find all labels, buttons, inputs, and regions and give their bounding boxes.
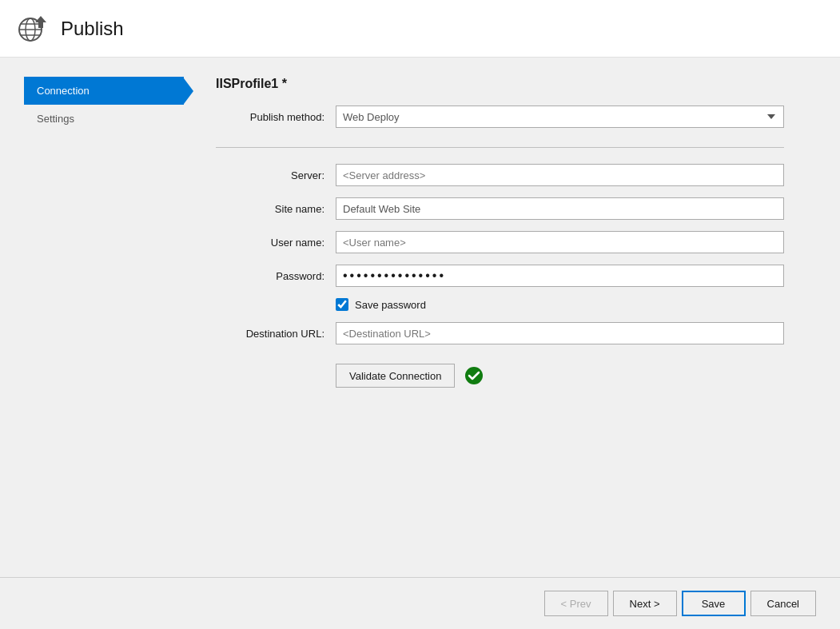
- site-name-label: Site name:: [216, 203, 336, 215]
- save-password-row: Save password: [336, 298, 784, 311]
- header: Publish: [0, 0, 840, 58]
- destination-url-row: Destination URL:: [216, 322, 784, 344]
- publish-globe-icon: [16, 12, 50, 46]
- profile-title: IISProfile1 *: [216, 77, 784, 91]
- site-name-input[interactable]: [336, 197, 784, 220]
- svg-point-6: [465, 367, 483, 384]
- validate-connection-button[interactable]: Validate Connection: [336, 364, 455, 388]
- form-area: IISProfile1 * Publish method: Web Deploy…: [184, 77, 816, 577]
- sidebar-item-settings-label: Settings: [37, 113, 74, 125]
- footer: < Prev Next > Save Cancel: [0, 577, 840, 629]
- svg-marker-5: [35, 16, 46, 28]
- publish-method-label: Publish method:: [216, 111, 336, 123]
- destination-url-input[interactable]: [336, 322, 784, 344]
- destination-url-label: Destination URL:: [216, 328, 336, 340]
- validation-success-icon: [464, 366, 484, 385]
- password-input[interactable]: [336, 265, 784, 287]
- next-button[interactable]: Next >: [613, 591, 677, 616]
- sidebar: Connection Settings: [24, 77, 184, 577]
- publish-method-row: Publish method: Web Deploy Web Deploy Pa…: [216, 105, 784, 128]
- save-password-label[interactable]: Save password: [355, 299, 426, 311]
- user-name-label: User name:: [216, 237, 336, 249]
- sidebar-item-settings[interactable]: Settings: [24, 105, 184, 133]
- server-input[interactable]: [336, 164, 784, 186]
- password-label: Password:: [216, 270, 336, 282]
- page-title: Publish: [61, 18, 124, 40]
- validate-connection-row: Validate Connection: [336, 364, 784, 388]
- server-row: Server:: [216, 164, 784, 186]
- prev-button[interactable]: < Prev: [544, 591, 608, 616]
- sidebar-item-connection-label: Connection: [37, 85, 90, 97]
- user-name-input[interactable]: [336, 231, 784, 253]
- publish-method-select[interactable]: Web Deploy Web Deploy Package FTP File S…: [336, 105, 784, 128]
- sidebar-item-connection[interactable]: Connection: [24, 77, 184, 105]
- save-password-checkbox[interactable]: [336, 298, 348, 311]
- password-row: Password:: [216, 265, 784, 287]
- cancel-button[interactable]: Cancel: [750, 591, 816, 616]
- form-divider: [216, 147, 784, 148]
- server-label: Server:: [216, 169, 336, 181]
- user-name-row: User name:: [216, 231, 784, 253]
- site-name-row: Site name:: [216, 197, 784, 220]
- save-button[interactable]: Save: [682, 591, 746, 616]
